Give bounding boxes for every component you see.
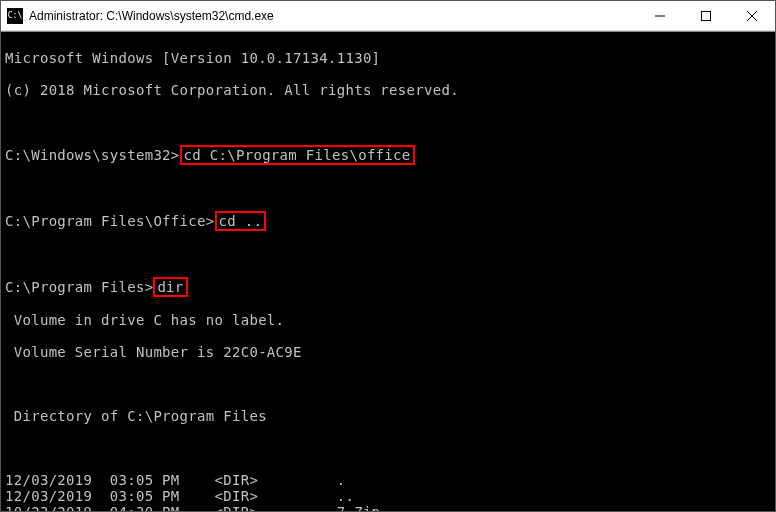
dir-entry: 12/03/2019 03:05 PM <DIR> .. (5, 488, 771, 504)
blank-line (5, 440, 771, 456)
highlighted-command-2: cd .. (215, 211, 267, 231)
prompt-line-3: C:\Program Files>dir (5, 278, 771, 296)
titlebar[interactable]: C:\ Administrator: C:\Windows\system32\c… (1, 1, 775, 31)
prompt-1: C:\Windows\system32> (5, 147, 180, 163)
version-line: Microsoft Windows [Version 10.0.17134.11… (5, 50, 771, 66)
maximize-button[interactable] (683, 1, 729, 31)
close-button[interactable] (729, 1, 775, 31)
blank-line (5, 180, 771, 196)
copyright-line: (c) 2018 Microsoft Corporation. All righ… (5, 82, 771, 98)
prompt-line-2: C:\Program Files\Office>cd .. (5, 212, 771, 230)
volume-line-2: Volume Serial Number is 22C0-AC9E (5, 344, 771, 360)
directory-of-line: Directory of C:\Program Files (5, 408, 771, 424)
cmd-window: C:\ Administrator: C:\Windows\system32\c… (0, 0, 776, 512)
blank-line (5, 114, 771, 130)
maximize-icon (701, 11, 711, 21)
blank-line (5, 246, 771, 262)
terminal-output[interactable]: Microsoft Windows [Version 10.0.17134.11… (1, 31, 775, 511)
svg-rect-1 (702, 11, 711, 20)
minimize-button[interactable] (637, 1, 683, 31)
dir-entry: 12/03/2019 03:05 PM <DIR> . (5, 472, 771, 488)
close-icon (747, 11, 757, 21)
window-title: Administrator: C:\Windows\system32\cmd.e… (29, 9, 637, 23)
minimize-icon (655, 11, 665, 21)
highlighted-command-1: cd C:\Program Files\office (180, 145, 415, 165)
prompt-3: C:\Program Files> (5, 279, 153, 295)
highlighted-command-3: dir (153, 277, 187, 297)
cmd-icon: C:\ (7, 8, 23, 24)
prompt-line-1: C:\Windows\system32>cd C:\Program Files\… (5, 146, 771, 164)
blank-line (5, 376, 771, 392)
window-controls (637, 1, 775, 31)
prompt-2: C:\Program Files\Office> (5, 213, 215, 229)
dir-entry: 10/23/2019 04:30 PM <DIR> 7-Zip (5, 504, 771, 511)
directory-listing: 12/03/2019 03:05 PM <DIR> .12/03/2019 03… (5, 472, 771, 511)
volume-line-1: Volume in drive C has no label. (5, 312, 771, 328)
